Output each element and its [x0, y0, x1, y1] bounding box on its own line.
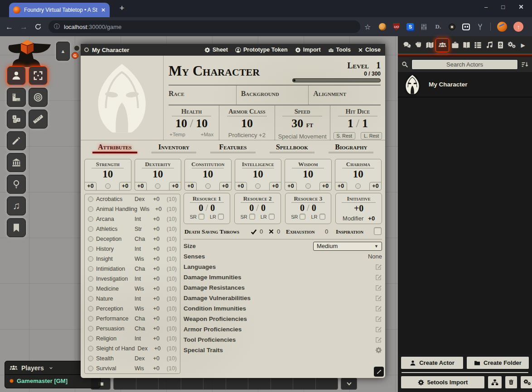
sidebar-tab-tables[interactable] — [472, 39, 483, 51]
death-save-failures[interactable]: 0 — [277, 228, 280, 235]
skill-name[interactable]: Insight — [96, 256, 132, 262]
skill-proficiency-radio[interactable] — [88, 276, 93, 282]
skill-row[interactable]: Animal Handling Wis +0 (10) — [85, 204, 180, 214]
folder-tree-button[interactable] — [488, 376, 502, 389]
s-extension-icon[interactable]: S — [406, 23, 414, 30]
resource-block[interactable]: Resource 1 00 SR LR — [184, 193, 230, 224]
skill-name[interactable]: Arcana — [96, 216, 132, 222]
lr-checkbox[interactable] — [218, 214, 224, 220]
skill-row[interactable]: Athletics Str +0 (10) — [85, 224, 180, 234]
ability-block[interactable]: Constitution 10 +0 +0 — [184, 159, 232, 191]
resource-block[interactable]: Resource 2 00 SR LR — [234, 193, 281, 224]
skill-row[interactable]: Stealth Dex +0 (10) — [85, 354, 180, 363]
tab-inventory[interactable]: Inventory — [144, 143, 203, 157]
proficiency-radio[interactable] — [355, 183, 361, 189]
skill-proficiency-radio[interactable] — [88, 286, 93, 292]
ability-score[interactable]: 10 — [185, 168, 231, 180]
ability-block[interactable]: Charisma 10 +0 +0 — [335, 159, 382, 191]
skill-name[interactable]: Stealth — [96, 355, 132, 362]
skill-row[interactable]: Acrobatics Dex +0 (10) — [85, 194, 180, 204]
skill-proficiency-radio[interactable] — [88, 316, 93, 321]
skill-name[interactable]: Nature — [96, 296, 132, 302]
skill-name[interactable]: Survival — [96, 365, 132, 372]
browser-update-icon[interactable]: ↑ — [513, 22, 523, 32]
actor-list-item[interactable]: My Character — [398, 72, 532, 97]
death-save-successes[interactable]: 0 — [260, 228, 263, 235]
lighting-controls-button[interactable] — [7, 175, 26, 194]
skill-name[interactable]: Intimidation — [96, 266, 132, 272]
delete-button[interactable] — [505, 376, 517, 389]
skill-name[interactable]: Investigation — [96, 276, 132, 282]
sidebar-tab-journal[interactable] — [461, 39, 472, 51]
tile-controls-button[interactable] — [7, 153, 26, 172]
x-icon[interactable] — [268, 229, 274, 234]
ability-save-mod[interactable]: +0 — [184, 182, 197, 191]
tab-biography[interactable]: Biography — [322, 143, 381, 157]
skill-proficiency-radio[interactable] — [88, 266, 93, 272]
cookie-extension-icon[interactable] — [378, 23, 386, 31]
new-tab-button[interactable]: + — [116, 2, 128, 14]
sort-filter-icon[interactable] — [521, 61, 528, 68]
import-button[interactable]: Import — [295, 47, 321, 53]
forward-icon[interactable]: → — [20, 23, 28, 31]
skill-row[interactable]: Intimidation Cha +0 (10) — [85, 264, 180, 274]
sidebar-tab-items[interactable] — [450, 39, 460, 51]
tools-button[interactable]: Tools — [328, 47, 351, 53]
edit-icon[interactable] — [375, 295, 382, 301]
notes-controls-button[interactable] — [7, 218, 26, 237]
edit-icon[interactable] — [375, 284, 382, 291]
url-bar[interactable]: ⓘ localhost:30000/game — [48, 20, 360, 33]
character-sheet-window[interactable]: G My Character Sheet Prototype Token Imp… — [81, 44, 385, 378]
skill-proficiency-radio[interactable] — [88, 366, 93, 371]
ability-check-mod[interactable]: +0 — [169, 182, 181, 191]
size-select[interactable]: Medium▼ — [313, 242, 382, 251]
skill-row[interactable]: Perception Wis +0 (10) — [85, 304, 180, 314]
skill-proficiency-radio[interactable] — [88, 356, 93, 361]
window-resize-handle[interactable] — [374, 367, 384, 377]
proficiency-radio[interactable] — [255, 183, 261, 189]
gear-icon[interactable] — [375, 347, 382, 354]
skill-row[interactable]: Investigation Int +0 (10) — [85, 274, 180, 284]
skill-proficiency-radio[interactable] — [88, 336, 93, 341]
tab-close-icon[interactable] — [101, 8, 106, 12]
skill-name[interactable]: History — [96, 246, 132, 252]
skill-proficiency-radio[interactable] — [88, 216, 93, 222]
skill-row[interactable]: Deception Cha +0 (10) — [85, 234, 180, 244]
sliders-extension-icon[interactable] — [420, 23, 428, 31]
ability-block[interactable]: Intelligence 10 +0 +0 — [235, 159, 282, 191]
skill-row[interactable]: Sleight of Hand Dex +0 (10) — [85, 344, 180, 354]
maximize-icon[interactable]: □ — [501, 4, 505, 10]
sidebar-tab-compendium[interactable] — [495, 39, 506, 51]
initiative-block[interactable]: Initiative +0 Modifier+0 — [335, 193, 382, 224]
short-rest-button[interactable]: S. Rest — [334, 132, 355, 139]
skill-proficiency-radio[interactable] — [88, 346, 93, 351]
armor-class-block[interactable]: Armor Class 10 Proficiency +2 — [219, 105, 274, 140]
sheet-config-button[interactable]: Sheet — [204, 47, 228, 53]
minimize-icon[interactable]: – — [484, 4, 488, 10]
xp-value[interactable]: 0 / 300 — [292, 71, 381, 77]
resource-block[interactable]: Resource 3 00 SR LR — [285, 193, 332, 224]
search-input[interactable] — [411, 59, 518, 70]
lr-checkbox[interactable] — [319, 214, 325, 220]
skill-proficiency-radio[interactable] — [88, 246, 93, 252]
skill-row[interactable]: Insight Wis +0 (10) — [85, 254, 180, 264]
ability-score[interactable]: 10 — [85, 168, 131, 180]
module-g-badge[interactable]: G — [72, 52, 78, 59]
hotbar-page-button[interactable] — [341, 378, 357, 390]
tab-spellbook[interactable]: Spellbook — [262, 143, 321, 157]
ability-block[interactable]: Wisdom 10 +0 +0 — [285, 159, 332, 191]
character-name-field[interactable]: My Character — [169, 58, 292, 84]
sr-checkbox[interactable] — [198, 214, 204, 220]
prototype-token-button[interactable]: Prototype Token — [235, 47, 288, 53]
hit-dice-block[interactable]: Hit Dice 11 S. Rest L. Rest — [330, 105, 385, 140]
d-extension-icon[interactable]: D. — [434, 23, 442, 31]
ability-block[interactable]: Dexterity 10 +0 +0 — [135, 159, 182, 191]
measure-controls-button[interactable] — [7, 88, 26, 107]
skill-row[interactable]: Nature Int +0 (10) — [85, 294, 180, 304]
skill-row[interactable]: Persuasion Cha +0 (10) — [85, 324, 180, 334]
skill-row[interactable]: Survival Wis +0 (10) — [85, 363, 180, 373]
skill-row[interactable]: Medicine Wis +0 (10) — [85, 284, 180, 294]
proficiency-radio[interactable] — [305, 183, 311, 189]
skill-name[interactable]: Religion — [96, 335, 132, 342]
ability-block[interactable]: Strength 10 +0 +0 — [84, 159, 131, 191]
